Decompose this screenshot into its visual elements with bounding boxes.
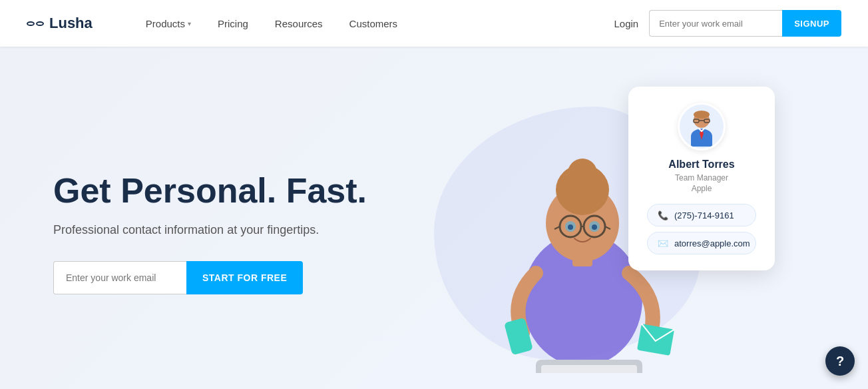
nav-pricing[interactable]: Pricing bbox=[204, 0, 262, 47]
nav-customers[interactable]: Customers bbox=[336, 0, 411, 47]
svg-rect-17 bbox=[637, 324, 674, 356]
nav-signup-form: SIGNUP bbox=[649, 10, 841, 37]
nav-links: Products ▾ Pricing Resources Customers bbox=[132, 0, 614, 47]
hero-illustration: Albert Torres Team Manager Apple 📞 (275)… bbox=[373, 73, 815, 389]
phone-icon: 📞 bbox=[657, 209, 669, 221]
phone-row: 📞 (275)-714-9161 bbox=[647, 204, 756, 226]
nav-right: Login SIGNUP bbox=[614, 10, 841, 37]
hero-email-input[interactable] bbox=[53, 261, 186, 294]
hero-section: Get Personal. Fast. Professional contact… bbox=[0, 47, 868, 389]
contact-card: Albert Torres Team Manager Apple 📞 (275)… bbox=[628, 87, 775, 270]
phone-number: (275)-714-9161 bbox=[674, 210, 734, 220]
hero-form: START FOR FREE bbox=[53, 261, 373, 294]
nav-email-input[interactable] bbox=[649, 10, 782, 37]
hero-subtitle: Professional contact information at your… bbox=[53, 223, 373, 237]
login-link[interactable]: Login bbox=[614, 18, 638, 29]
signup-button[interactable]: SIGNUP bbox=[782, 10, 841, 37]
chevron-down-icon: ▾ bbox=[188, 20, 191, 27]
hero-content: Get Personal. Fast. Professional contact… bbox=[53, 172, 373, 294]
svg-point-14 bbox=[568, 224, 573, 230]
navbar: Lusha Products ▾ Pricing Resources Custo… bbox=[0, 0, 868, 47]
logo-icon bbox=[27, 21, 44, 26]
contact-name: Albert Torres bbox=[647, 159, 756, 171]
email-address: atorres@apple.com bbox=[674, 238, 750, 248]
svg-point-6 bbox=[580, 175, 604, 191]
svg-point-15 bbox=[592, 224, 597, 230]
avatar bbox=[678, 103, 726, 151]
svg-point-25 bbox=[694, 111, 710, 119]
contact-company: Apple bbox=[647, 184, 756, 193]
nav-resources[interactable]: Resources bbox=[262, 0, 336, 47]
hero-title: Get Personal. Fast. bbox=[53, 172, 373, 210]
email-icon: ✉️ bbox=[657, 237, 669, 249]
contact-title: Team Manager bbox=[647, 173, 756, 183]
logo[interactable]: Lusha bbox=[27, 15, 93, 32]
help-button[interactable]: ? bbox=[825, 346, 855, 376]
logo-text: Lusha bbox=[49, 15, 93, 32]
svg-rect-19 bbox=[541, 365, 637, 373]
start-for-free-button[interactable]: START FOR FREE bbox=[186, 261, 303, 294]
nav-products[interactable]: Products ▾ bbox=[132, 0, 204, 47]
email-row: ✉️ atorres@apple.com bbox=[647, 232, 756, 254]
